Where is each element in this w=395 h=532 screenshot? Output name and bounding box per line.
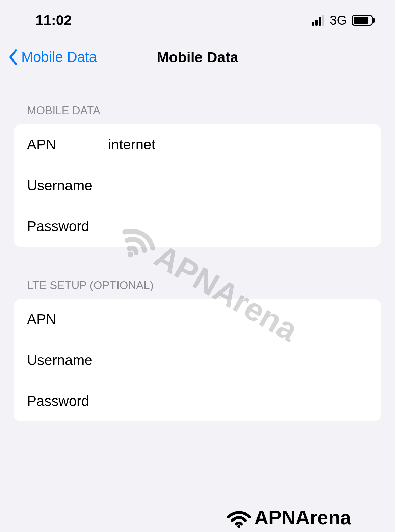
watermark-bottom-text: APNArena (254, 506, 351, 529)
wifi-icon (226, 507, 252, 528)
row-username[interactable]: Username (14, 165, 381, 206)
input-lte-apn[interactable] (108, 311, 368, 328)
nav-header: Mobile Data Mobile Data (0, 37, 395, 75)
label-apn: APN (27, 137, 108, 153)
status-bar: 11:02 3G (0, 0, 395, 37)
svg-point-1 (237, 525, 240, 527)
row-apn[interactable]: APN (14, 124, 381, 165)
content: MOBILE DATA APN Username Password LTE SE… (0, 75, 395, 421)
input-lte-password[interactable] (108, 393, 368, 409)
battery-icon (352, 15, 375, 26)
status-time: 11:02 (35, 12, 72, 28)
network-type: 3G (330, 13, 347, 28)
watermark-bottom: APNArena (226, 506, 351, 529)
settings-group-mobile-data: APN Username Password (14, 124, 381, 247)
row-lte-username[interactable]: Username (14, 340, 381, 381)
page-title: Mobile Data (157, 49, 238, 66)
back-button[interactable]: Mobile Data (8, 49, 97, 65)
row-lte-apn[interactable]: APN (14, 299, 381, 340)
chevron-left-icon (8, 49, 18, 65)
row-password[interactable]: Password (14, 206, 381, 247)
label-lte-username: Username (27, 352, 108, 368)
section-header-lte: LTE SETUP (OPTIONAL) (14, 279, 381, 292)
back-label: Mobile Data (21, 49, 97, 65)
label-lte-password: Password (27, 393, 108, 409)
input-lte-username[interactable] (108, 352, 368, 368)
settings-group-lte: APN Username Password (14, 299, 381, 421)
input-password[interactable] (108, 218, 368, 235)
section-header-mobile-data: MOBILE DATA (14, 104, 381, 117)
input-username[interactable] (108, 177, 368, 194)
signal-strength-icon (312, 15, 324, 26)
label-lte-apn: APN (27, 311, 108, 328)
status-right: 3G (312, 13, 375, 28)
row-lte-password[interactable]: Password (14, 381, 381, 421)
label-username: Username (27, 177, 108, 194)
label-password: Password (27, 218, 108, 235)
input-apn[interactable] (108, 137, 368, 153)
